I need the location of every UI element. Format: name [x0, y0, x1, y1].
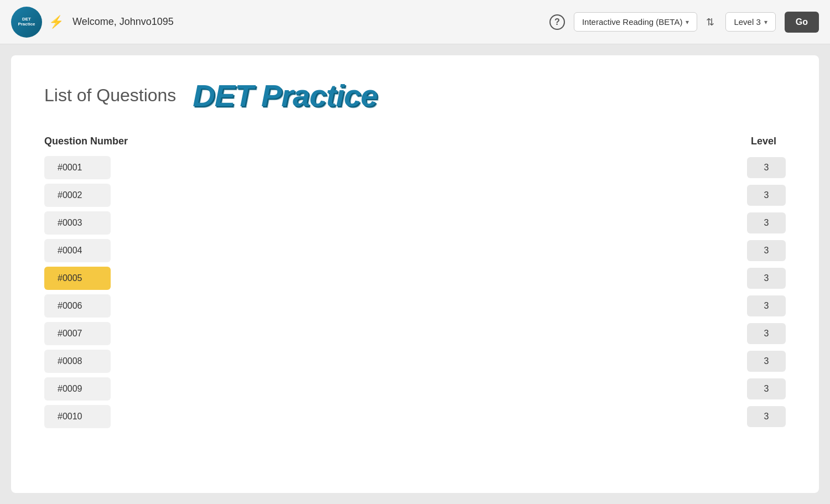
- level-badge: 3: [747, 378, 786, 399]
- go-button[interactable]: Go: [785, 12, 819, 33]
- page-title-row: List of Questions DET Practice: [44, 77, 786, 113]
- logo-text: DETPractice: [18, 17, 35, 27]
- level-badge: 3: [747, 406, 786, 427]
- header-controls: ? Interactive Reading (BETA) ▾ ⇅ Level 3…: [549, 12, 819, 33]
- level-badge: 3: [747, 185, 786, 206]
- question-button[interactable]: #0008: [44, 350, 111, 373]
- column-header-question: Question Number: [44, 136, 128, 147]
- table-row: #00053: [44, 267, 786, 290]
- question-button[interactable]: #0005: [44, 267, 111, 290]
- lightning-icon: ⚡: [49, 15, 64, 29]
- level-badge: 3: [747, 157, 786, 178]
- level-adjust-icon: ⇅: [706, 16, 714, 28]
- questions-table: Question Number Level #00013#00023#00033…: [44, 136, 786, 428]
- mode-label: Interactive Reading (BETA): [582, 17, 682, 27]
- level-badge: 3: [747, 212, 786, 233]
- level-badge: 3: [747, 323, 786, 344]
- list-of-questions-title: List of Questions: [44, 85, 176, 106]
- chevron-down-icon: ▾: [686, 18, 689, 26]
- app-logo: DETPractice: [11, 7, 42, 38]
- det-practice-title: DET Practice: [193, 77, 377, 113]
- table-row: #00083: [44, 350, 786, 373]
- table-row: #00023: [44, 184, 786, 207]
- question-button[interactable]: #0006: [44, 294, 111, 318]
- chevron-down-icon-2: ▾: [764, 18, 767, 26]
- table-row: #00103: [44, 405, 786, 428]
- table-row: #00073: [44, 322, 786, 345]
- level-badge: 3: [747, 295, 786, 316]
- question-button[interactable]: #0002: [44, 184, 111, 207]
- level-badge: 3: [747, 351, 786, 372]
- table-row: #00043: [44, 239, 786, 262]
- level-badge: 3: [747, 268, 786, 289]
- help-icon[interactable]: ?: [549, 14, 565, 30]
- table-row: #00013: [44, 156, 786, 179]
- level-badge: 3: [747, 240, 786, 261]
- level-label: Level 3: [734, 17, 760, 27]
- column-header-level: Level: [741, 136, 786, 147]
- table-row: #00093: [44, 377, 786, 401]
- question-button[interactable]: #0009: [44, 377, 111, 401]
- mode-dropdown[interactable]: Interactive Reading (BETA) ▾: [574, 12, 697, 32]
- main-content: List of Questions DET Practice Question …: [11, 55, 819, 493]
- question-button[interactable]: #0007: [44, 322, 111, 345]
- question-button[interactable]: #0001: [44, 156, 111, 179]
- app-header: DETPractice ⚡ Welcome, Johnvo1095 ? Inte…: [0, 0, 830, 44]
- welcome-message: Welcome, Johnvo1095: [72, 16, 174, 28]
- table-row: #00033: [44, 211, 786, 235]
- question-button[interactable]: #0010: [44, 405, 111, 428]
- question-button[interactable]: #0003: [44, 211, 111, 235]
- questions-list: #00013#00023#00033#00043#00053#00063#000…: [44, 156, 786, 428]
- table-row: #00063: [44, 294, 786, 318]
- table-header: Question Number Level: [44, 136, 786, 156]
- question-button[interactable]: #0004: [44, 239, 111, 262]
- level-dropdown[interactable]: Level 3 ▾: [725, 12, 775, 32]
